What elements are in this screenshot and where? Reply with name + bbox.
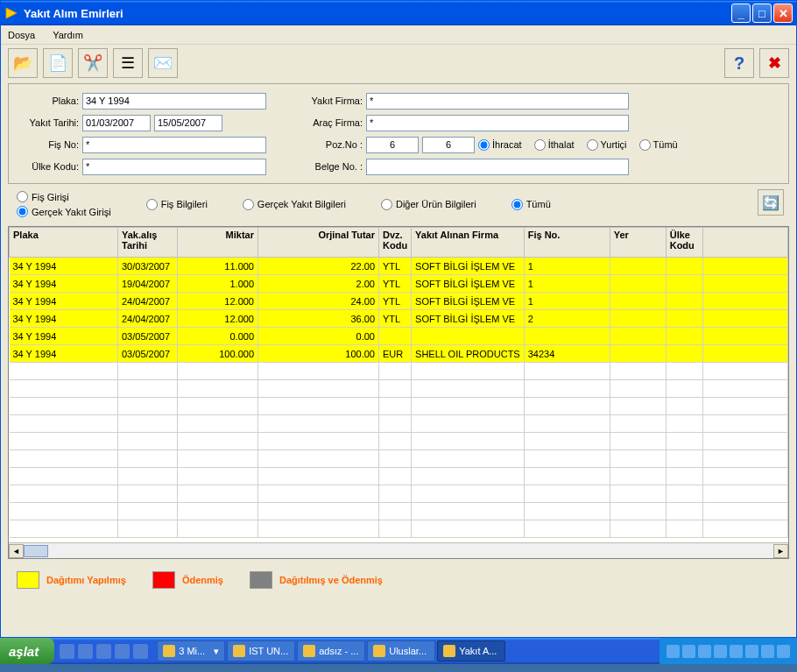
diger-urun-radio[interactable]: Diğer Ürün Bilgileri xyxy=(381,199,476,210)
ql-icon-3[interactable] xyxy=(96,644,111,659)
belgeno-input[interactable] xyxy=(366,159,629,175)
ql-ie-icon[interactable] xyxy=(60,644,74,659)
table-row[interactable]: 34 Y 199430/03/200711.00022.00YTLSOFT Bİ… xyxy=(10,258,788,275)
col-firma[interactable]: Yakıt Alınan Firma xyxy=(412,228,525,258)
tray-icon[interactable] xyxy=(714,645,727,658)
horizontal-scrollbar[interactable]: ◄ ► xyxy=(9,542,788,558)
tray-icon[interactable] xyxy=(698,645,711,658)
legend-both: Dağıtılmış ve Ödenmiş xyxy=(279,575,383,585)
col-tarih[interactable]: Yak.alış Tarihi xyxy=(118,228,178,258)
pozno-label: Poz.No : xyxy=(293,139,363,150)
maximize-button[interactable]: □ xyxy=(752,4,772,23)
yakitfirma-input[interactable] xyxy=(366,93,629,110)
ihracat-radio[interactable]: İhracat xyxy=(478,139,522,151)
scissors-icon: ✂️ xyxy=(83,53,102,73)
minimize-button[interactable]: _ xyxy=(731,4,751,23)
help-icon: ? xyxy=(734,53,744,74)
cut-button[interactable]: ✂️ xyxy=(78,48,108,78)
taskbar-task[interactable]: IST UN... xyxy=(227,640,295,661)
table-row[interactable]: 34 Y 199424/04/200712.00024.00YTLSOFT Bİ… xyxy=(10,293,788,310)
scroll-right-button[interactable]: ► xyxy=(773,544,788,558)
app-icon xyxy=(4,6,18,20)
belgeno-label: Belge No. : xyxy=(293,161,363,172)
quick-launch xyxy=(54,644,153,659)
yakitfirma-label: Yakıt Firma: xyxy=(293,95,363,106)
exit-button[interactable]: ✖ xyxy=(759,48,789,78)
fis-girisi-radio[interactable]: Fiş Girişi xyxy=(17,191,111,202)
toolbar: 📂 📄 ✂️ ☰ ✉️ ? ✖ xyxy=(1,45,796,81)
table-row[interactable]: 34 Y 199419/04/20071.0002.00YTLSOFT BİLG… xyxy=(10,275,788,293)
taskbar: aşlat 3 Mi...▾IST UN...adsız - ...Ulusla… xyxy=(0,638,797,664)
col-tutar[interactable]: Orjinal Tutar xyxy=(258,228,379,258)
tumu-radio[interactable]: Tümü xyxy=(639,139,678,151)
taskbar-task[interactable]: adsız - ... xyxy=(297,640,365,661)
col-dvz[interactable]: Dvz. Kodu xyxy=(379,228,412,258)
taskbar-task[interactable]: Yakıt A... xyxy=(437,640,505,661)
col-plaka[interactable]: Plaka xyxy=(10,228,118,258)
ql-icon-4[interactable] xyxy=(115,644,130,659)
menu-yardim[interactable]: Yardım xyxy=(53,30,83,40)
aracfirma-input[interactable] xyxy=(366,115,629,131)
col-fisno[interactable]: Fiş No. xyxy=(524,228,610,258)
start-button[interactable]: aşlat xyxy=(0,638,54,664)
tray-icon[interactable] xyxy=(761,645,774,658)
swatch-gray xyxy=(250,571,272,589)
legend-odenmis: Ödenmiş xyxy=(182,575,223,585)
tumu-view-radio[interactable]: Tümü xyxy=(511,199,551,210)
scroll-left-button[interactable]: ◄ xyxy=(9,544,24,558)
gercek-yakit-bilgileri-radio[interactable]: Gerçek Yakıt Bilgileri xyxy=(243,199,346,210)
open-folder-button[interactable]: 📂 xyxy=(8,48,38,78)
data-grid[interactable]: Plaka Yak.alış Tarihi Miktar Orjinal Tut… xyxy=(9,227,788,538)
svg-marker-0 xyxy=(6,8,17,18)
tray-icon[interactable] xyxy=(745,645,758,658)
gercek-yakit-girisi-radio[interactable]: Gerçek Yakıt Girişi xyxy=(17,206,111,217)
table-row[interactable]: 34 Y 199403/05/20070.0000.00 xyxy=(10,328,788,345)
yakit-tarihi-label: Yakıt Tarihi: xyxy=(18,117,79,128)
close-button[interactable]: ✕ xyxy=(773,4,793,23)
document-button[interactable]: 📄 xyxy=(43,48,73,78)
poz2-input[interactable] xyxy=(422,137,475,153)
system-tray xyxy=(659,638,797,664)
legend: Dağıtımı Yapılmış Ödenmiş Dağıtılmış ve … xyxy=(1,562,796,598)
tray-icon[interactable] xyxy=(667,645,680,658)
refresh-icon: 🔄 xyxy=(762,195,779,211)
menu-dosya[interactable]: Dosya xyxy=(8,30,35,40)
col-yer[interactable]: Yer xyxy=(610,228,666,258)
tray-icon[interactable] xyxy=(730,645,743,658)
fis-bilgileri-radio[interactable]: Fiş Bilgileri xyxy=(146,199,208,210)
ql-icon-5[interactable] xyxy=(133,644,148,659)
fisno-label: Fiş No: xyxy=(18,139,79,150)
taskbar-task[interactable]: Uluslar... xyxy=(367,640,435,661)
aracfirma-label: Araç Firma: xyxy=(293,117,363,128)
refresh-button[interactable]: 🔄 xyxy=(758,189,784,216)
swatch-red xyxy=(152,571,175,589)
col-ulke[interactable]: Ülke Kodu xyxy=(666,228,702,258)
list-button[interactable]: ☰ xyxy=(113,48,143,78)
scroll-thumb[interactable] xyxy=(24,545,48,557)
mail-icon: ✉️ xyxy=(153,53,173,73)
col-miktar[interactable]: Miktar xyxy=(178,228,258,258)
view-options: Fiş Girişi Gerçek Yakıt Girişi Fiş Bilgi… xyxy=(1,186,796,223)
plaka-input[interactable] xyxy=(82,93,266,110)
table-row[interactable]: 34 Y 199424/04/200712.00036.00YTLSOFT Bİ… xyxy=(10,310,788,328)
mail-button[interactable]: ✉️ xyxy=(148,48,178,78)
menubar: Dosya Yardım xyxy=(1,25,796,45)
ithalat-radio[interactable]: İthalat xyxy=(534,139,575,151)
tarih1-input[interactable] xyxy=(82,115,151,131)
titlebar[interactable]: Yakıt Alım Emirleri _ □ ✕ xyxy=(1,1,796,25)
tarih2-input[interactable] xyxy=(154,115,222,131)
taskbar-task[interactable]: 3 Mi...▾ xyxy=(157,640,225,661)
window-title: Yakıt Alım Emirleri xyxy=(24,7,731,20)
ql-icon-2[interactable] xyxy=(78,644,93,659)
tray-icon[interactable] xyxy=(682,645,695,658)
help-button[interactable]: ? xyxy=(724,48,754,78)
ulkekodu-input[interactable] xyxy=(82,159,266,175)
app-window: Yakıt Alım Emirleri _ □ ✕ Dosya Yardım 📂… xyxy=(0,0,797,638)
plaka-label: Plaka: xyxy=(18,95,79,106)
taskbar-tasks: 3 Mi...▾IST UN...adsız - ...Uluslar...Ya… xyxy=(153,640,659,661)
table-row[interactable]: 34 Y 199403/05/2007100.000100.00EURSHELL… xyxy=(10,345,788,363)
poz1-input[interactable] xyxy=(366,137,419,153)
yurtici-radio[interactable]: Yurtiçi xyxy=(587,139,627,151)
tray-icon[interactable] xyxy=(777,645,790,658)
fisno-input[interactable] xyxy=(82,137,266,153)
